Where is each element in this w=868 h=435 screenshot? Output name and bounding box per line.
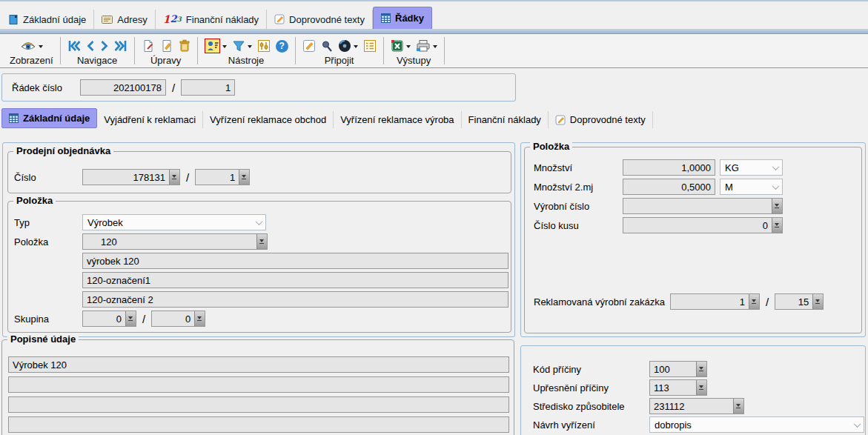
spinner-button[interactable] bbox=[812, 294, 823, 309]
tab-radky[interactable]: Řádky bbox=[373, 7, 432, 29]
excel-icon bbox=[391, 39, 404, 53]
chevron-down-icon bbox=[252, 220, 265, 225]
view-button[interactable] bbox=[20, 40, 43, 52]
proposal-label: Návrh vyřízení bbox=[533, 419, 649, 431]
item-number-field[interactable]: 120 bbox=[82, 233, 268, 250]
view-menu-caret-icon bbox=[39, 45, 43, 48]
spinner-button[interactable] bbox=[772, 199, 782, 213]
proposal-combobox[interactable]: dobropis bbox=[649, 416, 864, 433]
last-record-button[interactable] bbox=[114, 40, 127, 52]
tab-label: Doprovodné texty bbox=[289, 14, 365, 25]
tab-adresy[interactable]: Adresy bbox=[94, 10, 155, 29]
reason-detail-field[interactable]: 113 bbox=[649, 379, 707, 396]
sales-order-number-field[interactable]: 178131 bbox=[82, 169, 180, 185]
sales-order-number-label: Číslo bbox=[14, 172, 82, 183]
spinner-button[interactable] bbox=[194, 311, 205, 326]
spinner-button[interactable] bbox=[125, 311, 136, 326]
spinner-button[interactable] bbox=[772, 218, 782, 233]
last-record-icon bbox=[114, 40, 127, 52]
tab-doprovodne-texty[interactable]: Doprovodné texty bbox=[267, 10, 373, 29]
spinner-button[interactable] bbox=[696, 362, 706, 376]
quantity-field[interactable]: 1,0000 bbox=[623, 159, 715, 176]
tab-toolbar-separator bbox=[0, 29, 868, 34]
record-number-field[interactable]: 202100178 bbox=[80, 79, 166, 96]
item-type-combobox[interactable]: Výrobek bbox=[82, 214, 266, 230]
sales-order-groupbox: Prodejní objednávka Číslo 178131 / 1 bbox=[7, 151, 511, 193]
item-groupbox: Položka Typ Výrobek Položka 120 výrobek … bbox=[7, 201, 511, 333]
detail-tab-financni-naklady[interactable]: Finanční náklady bbox=[462, 111, 549, 128]
serial-number-field[interactable] bbox=[623, 198, 783, 214]
spinner-button[interactable] bbox=[169, 170, 179, 185]
sort-menu-caret-icon bbox=[222, 45, 227, 48]
address-card-icon bbox=[102, 16, 113, 24]
print-button[interactable] bbox=[416, 39, 437, 53]
previous-record-button[interactable] bbox=[86, 40, 95, 52]
item-designation1-field: 120-označení1 bbox=[82, 272, 508, 288]
quantity-unit-combobox[interactable]: KG bbox=[720, 159, 783, 176]
toolbar-separator bbox=[444, 37, 445, 64]
toolbar-group-navigace: Navigace bbox=[61, 34, 134, 67]
notepad-pencil-icon bbox=[274, 14, 285, 24]
next-record-button[interactable] bbox=[100, 40, 109, 52]
edit-record-button[interactable] bbox=[160, 39, 173, 53]
item-description-field: výrobek 120 bbox=[82, 253, 508, 269]
separator: / bbox=[186, 171, 189, 184]
first-record-button[interactable] bbox=[67, 40, 81, 52]
groupbox-title: Položka bbox=[13, 195, 56, 206]
chevron-down-icon bbox=[850, 422, 864, 428]
attach-note-button[interactable] bbox=[302, 39, 316, 53]
tab-label: Adresy bbox=[117, 14, 147, 25]
tab-label: Vyřízení reklamace výroba bbox=[340, 114, 454, 125]
table-icon bbox=[9, 113, 19, 123]
claimed-order-field[interactable]: 1 bbox=[670, 293, 760, 310]
piece-number-field[interactable]: 0 bbox=[623, 217, 783, 233]
toolbar-group-label: Úpravy bbox=[150, 55, 181, 66]
groupbox-title: Prodejní objednávka bbox=[13, 145, 113, 156]
quantity2-field[interactable]: 0,5000 bbox=[623, 179, 715, 195]
toolbar-group-vystupy: Výstupy bbox=[384, 34, 444, 67]
detail-tab-bar: Základní údaje Vyjádření k reklamaci Vyř… bbox=[1, 108, 653, 128]
spinner-button[interactable] bbox=[733, 399, 743, 414]
item-group-field[interactable]: 0 bbox=[82, 311, 136, 327]
eye-icon bbox=[20, 40, 36, 52]
new-document-icon bbox=[142, 39, 155, 53]
checklist-button[interactable] bbox=[363, 39, 377, 53]
toolbar-group-label: Připojit bbox=[325, 55, 354, 66]
quantity2-unit-combobox[interactable]: M bbox=[720, 179, 783, 195]
cost-center-field[interactable]: 231112 bbox=[649, 398, 744, 414]
tab-label: Finanční náklady bbox=[186, 14, 259, 25]
item-designation2-field: 120-označení 2 bbox=[82, 291, 508, 308]
parameters-button[interactable] bbox=[257, 39, 271, 53]
spinner-button[interactable] bbox=[239, 170, 249, 185]
record-line-field[interactable]: 1 bbox=[181, 79, 235, 96]
claimed-order-line-field[interactable]: 15 bbox=[775, 293, 824, 310]
help-button[interactable] bbox=[276, 40, 288, 53]
detail-tab-doprovodne-texty[interactable]: Doprovodné texty bbox=[549, 111, 653, 128]
detail-tab-vyrizeni-obchod[interactable]: Vyřízení reklamace obchod bbox=[203, 111, 334, 128]
tab-financni-naklady[interactable]: 123 Finanční náklady bbox=[156, 10, 267, 29]
sales-order-line-field[interactable]: 1 bbox=[195, 169, 250, 185]
new-record-button[interactable] bbox=[142, 39, 155, 53]
detail-tab-zakladni-udaje[interactable]: Základní údaje bbox=[1, 108, 97, 128]
detail-tab-vyrizeni-vyroba[interactable]: Vyřízení reklamace výroba bbox=[334, 111, 461, 128]
reason-code-field[interactable]: 100 bbox=[649, 361, 707, 377]
tab-zakladni-udaje[interactable]: Základní údaje bbox=[1, 10, 94, 29]
spinner-button[interactable] bbox=[696, 380, 706, 395]
pin-button[interactable] bbox=[321, 40, 333, 53]
sort-button[interactable] bbox=[205, 39, 227, 53]
tab-label: Vyjádření k reklamaci bbox=[104, 114, 196, 125]
spinner-button[interactable] bbox=[256, 234, 267, 249]
item-group2-field[interactable]: 0 bbox=[151, 311, 205, 327]
descriptive-line2-field bbox=[8, 376, 509, 393]
spinner-button[interactable] bbox=[749, 294, 759, 309]
numbers-123-icon: 123 bbox=[163, 14, 182, 24]
export-excel-button[interactable] bbox=[391, 39, 411, 53]
detail-tab-vyjadreni[interactable]: Vyjádření k reklamaci bbox=[97, 111, 203, 128]
attach-web-button[interactable] bbox=[338, 39, 358, 53]
descriptive-line4-field bbox=[8, 416, 509, 433]
descriptive-groupbox: Popisné údaje Výrobek 120 bbox=[1, 339, 514, 435]
delete-record-button[interactable] bbox=[179, 39, 191, 53]
first-record-icon bbox=[67, 40, 81, 52]
filter-button[interactable] bbox=[232, 40, 252, 52]
cost-center-label: Středisko způsobitele bbox=[533, 401, 649, 412]
